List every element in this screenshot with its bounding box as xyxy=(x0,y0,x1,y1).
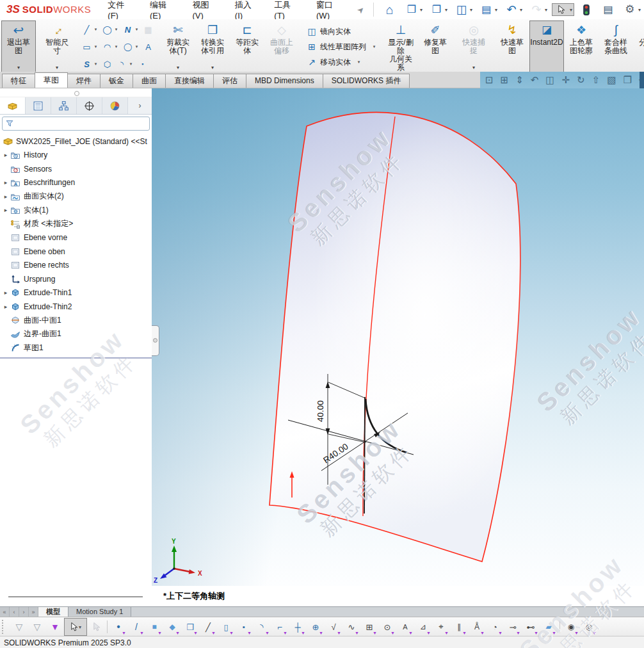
equation-driven-curve-dropdown-icon[interactable]: ▾ xyxy=(93,61,99,67)
corner-rectangle-dropdown-icon[interactable]: ▾ xyxy=(93,44,99,49)
sketch-vertical-line[interactable] xyxy=(364,397,365,514)
offset-on-surface-button[interactable]: ◇曲面上偏移 xyxy=(264,20,299,73)
filter-balloons-button[interactable]: ⊙▼ xyxy=(378,618,396,636)
panel-collapse-handle[interactable] xyxy=(152,325,159,356)
open-document-button[interactable]: ❐▾ xyxy=(427,1,449,19)
performance-evaluation-button[interactable] xyxy=(577,3,596,17)
tree-item-mid-surface1[interactable]: 曲面-中面1 xyxy=(0,314,152,328)
tab-model[interactable]: 模型 xyxy=(38,607,68,617)
save-button[interactable]: ◫▾ xyxy=(452,1,474,19)
move-entities-button[interactable]: ↗移动实体▾ xyxy=(303,55,380,69)
tree-root[interactable]: SWX2025_Fillet_JOE (Standard) <<St xyxy=(0,134,152,149)
circle-dropdown-icon[interactable]: ▾ xyxy=(113,27,119,32)
sketch-fillet-button[interactable]: ◝▾ xyxy=(115,56,135,72)
filter-surface-finish-symbols-button[interactable]: √▼ xyxy=(325,618,342,636)
instant2d-button[interactable]: ◪Instant2D xyxy=(529,20,564,73)
tab-direct-editing[interactable]: 直接编辑 xyxy=(165,74,214,88)
tree-item-top-plane[interactable]: Ebene oben xyxy=(0,245,152,259)
fit-spline-button[interactable]: ∫套合样条曲线 xyxy=(599,20,633,73)
display-style-icon[interactable]: ▧ xyxy=(607,74,616,86)
new-document-dropdown-icon[interactable]: ▾ xyxy=(420,7,423,13)
view-orientation-icon[interactable]: ✛ xyxy=(562,74,570,86)
rotate-view-icon[interactable]: ↻ xyxy=(577,74,585,86)
repair-sketch-button[interactable]: ✐修复草图 xyxy=(418,20,453,73)
print-button[interactable]: ▤▾ xyxy=(477,1,499,19)
options-button[interactable]: ⚙▾ xyxy=(620,1,643,19)
linear-sketch-pattern-button[interactable]: ⊞线性草图阵列▾ xyxy=(303,40,380,54)
shaded-sketch-contours-button[interactable]: ❖上色草图轮廓 xyxy=(564,20,599,73)
filter-faces-button[interactable]: ■▼ xyxy=(145,618,163,636)
selection-filter-toggle-button[interactable]: ▽ xyxy=(10,618,28,636)
panel-top-grip[interactable] xyxy=(0,88,152,97)
rapid-sketch-button[interactable]: ↯快速草图 xyxy=(495,20,529,73)
configurationmanager-tab[interactable] xyxy=(51,97,77,114)
move-entities-dropdown-icon[interactable]: ▾ xyxy=(356,60,362,65)
exit-sketch-dropdown-icon[interactable]: ▾ xyxy=(17,63,20,72)
filter-solid-bodies-button[interactable]: ❒▼ xyxy=(181,618,199,636)
task-pane-tab[interactable] xyxy=(640,72,644,88)
command-manager-list-button[interactable]: ▤ xyxy=(599,1,618,19)
tree-item-material[interactable]: 材质 <未指定> xyxy=(0,217,152,231)
panel-bottom-grip[interactable] xyxy=(8,596,143,597)
expand-arrow-icon[interactable]: ▸ xyxy=(2,193,10,200)
filter-axes-button[interactable]: ╱▼ xyxy=(199,618,217,636)
toolbar-grip[interactable] xyxy=(2,620,8,634)
polygon-button[interactable]: ⬡ xyxy=(100,56,115,72)
ellipse-dropdown-icon[interactable]: ▾ xyxy=(134,44,140,49)
filter-sketches-button[interactable]: ◝▼ xyxy=(253,618,271,636)
tree-filter-box[interactable] xyxy=(2,117,150,131)
redo-button[interactable]: ↷▾ xyxy=(527,1,549,19)
centerpoint-arc-dropdown-icon[interactable]: ▾ xyxy=(113,44,119,49)
filter-edges-button[interactable]: /▼ xyxy=(127,618,145,636)
filter-surface-bodies-button[interactable]: ◆▼ xyxy=(163,618,181,636)
filter-weld-beads-button[interactable]: ◎▼ xyxy=(580,618,598,636)
scroll-first-button[interactable]: « xyxy=(0,607,10,617)
quick-snaps-dropdown-icon[interactable]: ▾ xyxy=(472,63,475,72)
tab-weldments[interactable]: 焊件 xyxy=(67,74,101,88)
line-button[interactable]: ╱▾ xyxy=(79,22,100,37)
filter-planes-button[interactable]: ▯▼ xyxy=(217,618,235,636)
convert-entities-button[interactable]: ❒转换实体引用▾ xyxy=(195,20,230,73)
ellipse-button[interactable]: ◯▾ xyxy=(120,39,141,54)
tab-sheet-metal[interactable]: 钣金 xyxy=(100,74,133,88)
quick-snaps-button[interactable]: ◎快速捕捉▾ xyxy=(456,20,491,73)
filter-dimensions-button[interactable]: ⊞▼ xyxy=(360,618,378,636)
filter-cosmetic-threads-button[interactable]: ∥▼ xyxy=(450,618,468,636)
open-document-dropdown-icon[interactable]: ▾ xyxy=(445,7,447,13)
linear-sketch-pattern-dropdown-icon[interactable]: ▾ xyxy=(371,44,377,49)
redo-dropdown-icon[interactable]: ▾ xyxy=(545,7,547,13)
tree-item-extrude-thin1[interactable]: ▸Extrude-Thin1 xyxy=(0,286,152,300)
filter-center-marks-button[interactable]: ⊕▼ xyxy=(307,618,325,636)
tab-surfaces[interactable]: 曲面 xyxy=(133,74,166,88)
clear-all-filters-button[interactable]: ▼ xyxy=(46,618,64,636)
tab-evaluate[interactable]: 评估 xyxy=(213,74,246,88)
tree-item-extrude-thin2[interactable]: ▸Extrude-Thin2 xyxy=(0,300,152,314)
select-button[interactable]: ▾ xyxy=(552,3,574,16)
home-button[interactable]: ⌂ xyxy=(380,1,399,19)
model-scene[interactable]: 40.00 R40.00 Y X Z xyxy=(152,88,644,586)
select-tool-dropdown-icon[interactable]: ▾ xyxy=(79,624,81,630)
tab-features[interactable]: 特征 xyxy=(2,74,35,88)
filter-weld-symbols-button[interactable]: ∿▼ xyxy=(342,618,360,636)
fm-tabs-expand-icon[interactable]: › xyxy=(128,97,152,114)
filter-connection-points-button[interactable]: ⊸▼ xyxy=(504,618,522,636)
circle-button[interactable]: ◯▾ xyxy=(100,22,120,37)
propertymanager-tab[interactable] xyxy=(26,97,51,114)
filter-annotations-button[interactable]: Å▼ xyxy=(468,618,486,636)
filter-datum-targets-button[interactable]: ⌖▼ xyxy=(432,618,450,636)
tree-item-right-plane[interactable]: Ebene rechts xyxy=(0,259,152,273)
tree-item-boundary-surface1[interactable]: 边界-曲面1 xyxy=(0,327,152,341)
split-entities-button[interactable]: ʃ分割实体 xyxy=(633,20,644,73)
tree-item-surface-bodies[interactable]: ▸曲面实体(2) xyxy=(0,190,152,204)
undo-dropdown-icon[interactable]: ▾ xyxy=(520,7,522,13)
filter-notes-button[interactable]: A▼ xyxy=(396,618,414,636)
filter-vertices-button[interactable]: •▼ xyxy=(109,618,127,636)
filter-datums-button[interactable]: ⊿▼ xyxy=(414,618,432,636)
panel-splitter[interactable] xyxy=(0,357,152,359)
pin-menu-icon[interactable]: ➤ xyxy=(355,4,366,15)
print-dropdown-icon[interactable]: ▾ xyxy=(495,7,497,13)
tree-filter-input[interactable] xyxy=(17,118,147,129)
scroll-previous-button[interactable]: ‹ xyxy=(10,607,19,617)
sketch-fillet-dropdown-icon[interactable]: ▾ xyxy=(128,61,134,67)
trim-entities-dropdown-icon[interactable]: ▾ xyxy=(177,63,179,72)
